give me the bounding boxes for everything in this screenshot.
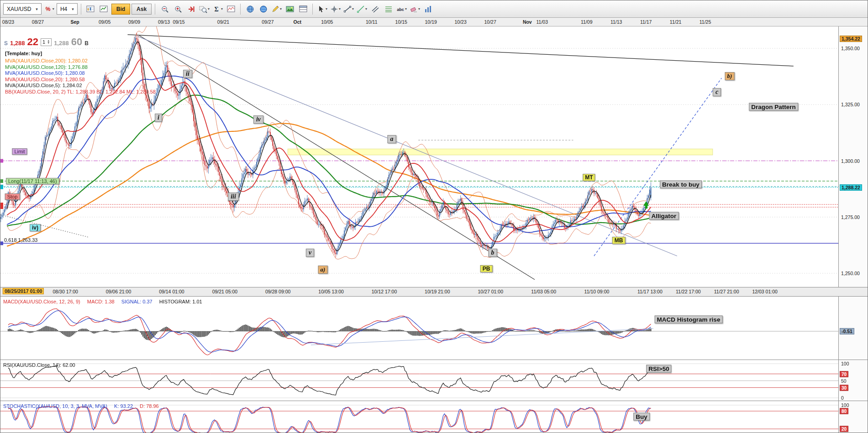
text-tool-button[interactable]: abc▾ (395, 3, 408, 15)
price-axis-label: 1,300.00 (840, 158, 861, 164)
world-globe-button[interactable] (257, 3, 269, 15)
date-axis[interactable]: 08/2308/27Sep09/0509/0909/1309/1509/2109… (0, 18, 868, 26)
chevron-down-icon: ▾ (418, 7, 420, 11)
eraser-tool-button[interactable]: ▾ (409, 3, 421, 15)
symbol-combo-value: XAU/USD (7, 6, 31, 12)
annotation-dragon-pattern: Dragon Pattern (749, 103, 798, 111)
zoom-out-icon (161, 5, 169, 13)
date-axis-label: 11/25 (700, 19, 711, 25)
indicator-window-button[interactable] (225, 3, 237, 15)
time-axis-label: 10/05 13:00 (318, 289, 343, 294)
image-export-button[interactable] (284, 3, 296, 15)
fibonacci-tool-icon (384, 5, 393, 13)
percent-button[interactable]: %▾ (43, 3, 55, 15)
time-axis-label: 09/14 01:00 (159, 289, 184, 294)
date-axis-label: 11/13 (610, 19, 622, 25)
toolbar-separator (312, 4, 313, 15)
annotation-b: b (489, 249, 497, 257)
stochastic-axis[interactable]: 1008020 (838, 401, 868, 433)
toolbar: XAU/USD ▾ %▾ H4 ▾ Bid Ask ▾Σ▾ ▾ ▾▾▾▾abc▾… (0, 0, 868, 18)
cursor-tool-button[interactable]: ▾ (316, 3, 328, 15)
price-axis-label: 1,288.22 (840, 184, 862, 191)
fibonacci-tool-button[interactable] (382, 3, 395, 15)
zoom-in-button[interactable] (172, 3, 184, 15)
channel-tool-button[interactable] (369, 3, 381, 15)
date-axis-label: Sep (71, 19, 79, 25)
annotation-rsi-50: RSI>50 (646, 365, 671, 373)
quantity-input[interactable]: 1 ▲▼ (41, 38, 52, 46)
date-axis-label: 10/15 (395, 19, 407, 25)
chevron-down-icon: ▾ (365, 7, 367, 11)
date-axis-label: 08/23 (2, 19, 14, 25)
timeframe-combo[interactable]: H4 ▾ (57, 3, 78, 15)
indicators-button[interactable]: Σ▾ (211, 3, 224, 15)
price-axis-label: 1,275.00 (840, 214, 861, 220)
price-axis-label: 1,250.00 (840, 271, 861, 276)
ask-button[interactable]: Ask (132, 4, 152, 15)
annotation-long-11-17-11-13-46: Long(11/17 11:13, 46) (6, 178, 59, 184)
date-axis-label: 11/09 (581, 19, 593, 25)
annotation-a: a) (318, 266, 328, 274)
rsi-panel[interactable]: RSI(XAU/USD.Close, 14): 62.00 1007050300… (0, 360, 868, 401)
percent-icon: % (44, 5, 52, 13)
timeframe-combo-value: H4 (60, 6, 67, 12)
chart-grid-button[interactable] (84, 3, 97, 15)
spinner-arrows-icon[interactable]: ▲▼ (47, 40, 50, 44)
scroll-to-end-button[interactable] (185, 3, 197, 15)
chevron-down-icon: ▾ (72, 7, 74, 11)
macd-histogram-value: HISTOGRAM: 1.01 (159, 299, 202, 304)
rsi-axis-label: 30 (840, 385, 848, 391)
trading-platform-window: XAU/USD ▾ %▾ H4 ▾ Bid Ask ▾Σ▾ ▾ ▾▾▾▾abc▾… (0, 0, 868, 433)
main-chart-area[interactable]: S 1,288 22 1 ▲▼ 1,288 60 B [Template: hu… (0, 26, 868, 287)
time-axis-label: 11/10 09:00 (584, 289, 610, 294)
bid-button[interactable]: Bid (111, 4, 130, 15)
chart-shift-button[interactable] (98, 3, 110, 15)
annotation-limit: Limit (12, 148, 27, 155)
annotation-macd-histogram-rise: MACD Histogram rise (655, 316, 723, 323)
web-globe-button[interactable] (244, 3, 256, 15)
chart-shift-icon (100, 5, 108, 13)
date-axis-label: 10/19 (425, 19, 437, 25)
time-axis-label: 11/17 13:00 (637, 289, 663, 294)
panels-button[interactable] (297, 3, 309, 15)
ray-tool-button[interactable]: ▾ (356, 3, 368, 15)
price-axis-label: 1,354.22 (840, 36, 862, 42)
chevron-down-icon: ▾ (339, 7, 341, 11)
legend-line: MVA(XAU/USD.Close,120): 1,276.88 (5, 64, 156, 71)
date-axis-label: 09/21 (217, 19, 229, 25)
macd-panel[interactable]: MACD(XAU/USD.Close, 12, 26, 9) MACD: 1.3… (0, 296, 868, 360)
zoom-out-button[interactable] (158, 3, 171, 15)
rsi-axis[interactable]: 1007050300 (838, 360, 868, 401)
time-axis-label: 10/19 21:00 (425, 289, 450, 294)
sell-price: 1,288 (10, 40, 25, 47)
chevron-down-icon: ▾ (221, 7, 223, 11)
time-axis-label: 08/30 17:00 (53, 289, 78, 294)
symbol-combo[interactable]: XAU/USD ▾ (3, 3, 42, 15)
chevron-down-icon: ▾ (208, 7, 210, 11)
date-axis-label: Oct (294, 19, 302, 25)
svg-text:Σ: Σ (215, 6, 219, 13)
time-axis[interactable]: 08/25/2017 01:0008/30 17:0009/06 21:0009… (0, 287, 868, 296)
selected-time-label: 08/25/2017 01:00 (3, 288, 44, 294)
crosshair-tool-button[interactable]: ▾ (329, 3, 342, 15)
price-axis[interactable]: 1,354.221,350.001,325.001,300.001,288.22… (838, 26, 868, 287)
template-pencil-button[interactable]: ▾ (270, 3, 283, 15)
macd-axis[interactable]: -0.51 (838, 297, 868, 360)
buy-signal-arrow (643, 201, 649, 206)
crosshair-tool-icon (330, 5, 338, 13)
stochastic-d-value: D: 78.96 (140, 403, 159, 409)
template-pencil-icon (271, 5, 279, 13)
price-axis-label: 1,350.00 (840, 46, 861, 51)
trendline-tool-button[interactable]: ▾ (342, 3, 355, 15)
ray-tool-icon (357, 5, 365, 13)
indicators-icon: Σ (212, 5, 221, 13)
rsi-canvas[interactable] (0, 360, 839, 401)
objects-bar-button[interactable] (422, 3, 434, 15)
stochastic-panel[interactable]: STOCHASTIC(XAU/USD, 10, 3, 3, MVA, MVA) … (0, 401, 868, 433)
macd-canvas[interactable] (0, 297, 839, 360)
stochastic-title: STOCHASTIC(XAU/USD, 10, 3, 3, MVA, MVA) (3, 403, 107, 409)
annotation-b: b) (725, 72, 735, 80)
time-axis-label: 10/27 01:00 (478, 289, 503, 294)
svg-text:abc: abc (397, 7, 404, 12)
zoom-box-button[interactable]: ▾ (198, 3, 210, 15)
